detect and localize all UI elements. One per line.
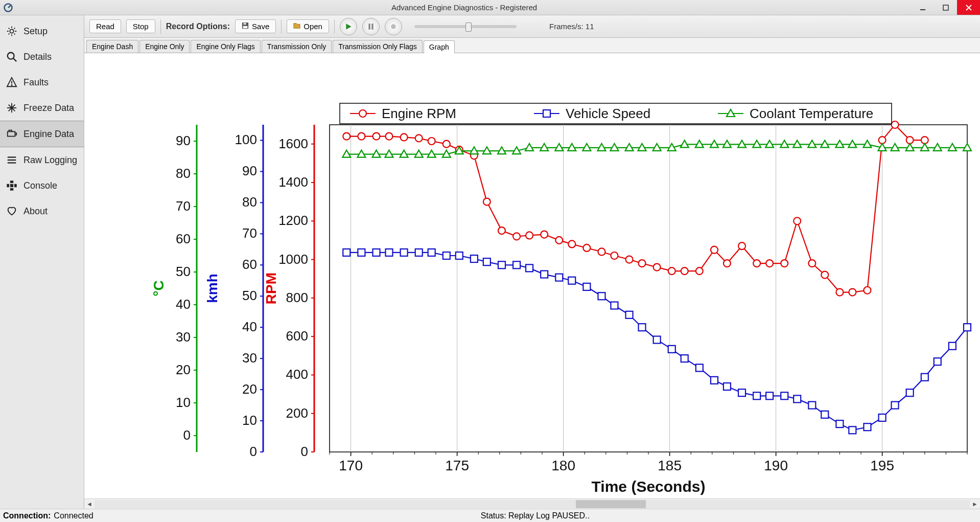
close-button[interactable]: [957, 0, 980, 15]
open-button[interactable]: Open: [287, 19, 329, 33]
main-panel: Read Stop Record Options: Save Open Fram…: [84, 15, 980, 509]
svg-text:90: 90: [176, 133, 191, 148]
svg-text:40: 40: [176, 297, 191, 312]
svg-text:190: 190: [764, 458, 788, 473]
svg-point-167: [611, 252, 618, 259]
svg-rect-207: [583, 283, 590, 290]
svg-rect-208: [598, 292, 605, 300]
sidebar-item-details[interactable]: Details: [0, 44, 84, 70]
about-icon: [6, 206, 17, 217]
svg-point-158: [483, 198, 491, 206]
svg-text:70: 70: [176, 198, 191, 214]
svg-rect-230: [906, 389, 914, 396]
tab-transmission-only[interactable]: Transmission Only: [262, 40, 332, 53]
svg-rect-2: [943, 5, 948, 10]
svg-rect-218: [738, 389, 745, 396]
svg-point-162: [541, 231, 548, 238]
sidebar-item-raw-logging[interactable]: Raw Logging: [0, 147, 84, 173]
svg-point-152: [401, 133, 408, 141]
tab-graph[interactable]: Graph: [424, 40, 455, 53]
tab-transmission-only-flags[interactable]: Transmission Only Flags: [333, 40, 423, 53]
svg-rect-225: [836, 420, 843, 427]
svg-rect-222: [794, 395, 801, 402]
status-text: Status: Replay Log PAUSED..: [94, 511, 977, 520]
svg-rect-199: [471, 255, 478, 262]
engine-data-icon: [6, 128, 17, 140]
sidebar-item-faults[interactable]: Faults: [0, 70, 84, 95]
record-options-label: Record Options:: [166, 22, 230, 31]
read-button[interactable]: Read: [89, 19, 121, 33]
svg-text:180: 180: [551, 458, 575, 473]
setup-icon: [6, 26, 17, 37]
svg-rect-215: [696, 364, 703, 371]
svg-rect-233: [949, 343, 956, 350]
record-stop-button[interactable]: [385, 18, 402, 35]
svg-rect-21: [15, 184, 17, 187]
svg-rect-203: [526, 264, 533, 271]
sidebar-item-freeze-data[interactable]: Freeze Data: [0, 95, 84, 121]
svg-rect-192: [373, 249, 380, 256]
title-bar: Advanced Engine Diagnostics - Registered: [0, 0, 980, 15]
sidebar-item-console[interactable]: Console: [0, 173, 84, 198]
svg-text:60: 60: [176, 231, 191, 246]
scroll-track[interactable]: [95, 500, 970, 508]
scroll-thumb[interactable]: [576, 500, 646, 508]
svg-text:100: 100: [235, 132, 257, 147]
svg-point-171: [668, 267, 675, 275]
svg-rect-228: [879, 414, 886, 421]
tab-engine-only-flags[interactable]: Engine Only Flags: [191, 40, 260, 53]
separator: [334, 19, 335, 34]
svg-rect-219: [753, 392, 760, 399]
svg-text:Time (Seconds): Time (Seconds): [592, 478, 706, 495]
svg-rect-220: [766, 392, 773, 399]
svg-point-180: [794, 217, 801, 224]
scroll-left-icon[interactable]: ◄: [84, 501, 95, 508]
svg-point-177: [753, 260, 760, 267]
horizontal-scrollbar[interactable]: ◄ ►: [84, 498, 980, 509]
sidebar-item-engine-data[interactable]: Engine Data: [0, 121, 84, 147]
svg-point-5: [10, 29, 13, 33]
svg-point-282: [359, 110, 366, 117]
speed-slider[interactable]: [414, 25, 517, 28]
tab-engine-only[interactable]: Engine Only: [139, 40, 190, 53]
pause-button[interactable]: [362, 18, 380, 35]
svg-rect-206: [568, 277, 575, 284]
minimize-button[interactable]: [911, 0, 934, 15]
svg-point-174: [711, 246, 718, 254]
svg-text:30: 30: [242, 350, 257, 366]
play-button[interactable]: [340, 18, 357, 35]
svg-rect-19: [10, 184, 13, 187]
sidebar: SetupDetailsFaultsFreeze DataEngine Data…: [0, 15, 84, 509]
svg-text:175: 175: [445, 458, 469, 473]
sidebar-item-setup[interactable]: Setup: [0, 18, 84, 44]
scroll-right-icon[interactable]: ►: [970, 501, 980, 508]
svg-point-10: [11, 84, 12, 85]
slider-knob[interactable]: [465, 22, 472, 32]
tab-row: Engine DashEngine OnlyEngine Only FlagsT…: [84, 38, 980, 53]
sidebar-item-label: Faults: [24, 77, 49, 88]
raw-logging-icon: [6, 154, 17, 166]
freeze-data-icon: [6, 102, 17, 114]
svg-text:195: 195: [870, 458, 894, 473]
svg-point-153: [415, 134, 423, 142]
save-button[interactable]: Save: [235, 19, 276, 33]
svg-text:1200: 1200: [278, 213, 308, 228]
svg-point-170: [654, 264, 661, 271]
maximize-button[interactable]: [934, 0, 957, 15]
frames-per-sec-label: Frames/s: 11: [549, 22, 594, 31]
svg-point-187: [892, 121, 899, 128]
svg-rect-25: [243, 26, 248, 28]
tab-engine-dash[interactable]: Engine Dash: [86, 40, 138, 53]
svg-rect-210: [626, 311, 633, 319]
stop-button[interactable]: Stop: [126, 19, 155, 33]
svg-rect-217: [724, 383, 731, 390]
svg-text:10: 10: [176, 395, 191, 410]
sidebar-item-about[interactable]: About: [0, 198, 84, 224]
svg-rect-216: [711, 377, 718, 384]
svg-text:1400: 1400: [278, 174, 308, 190]
separator: [281, 19, 282, 34]
svg-rect-29: [371, 24, 374, 30]
svg-rect-26: [244, 23, 246, 25]
svg-rect-221: [781, 392, 788, 399]
svg-text:170: 170: [339, 458, 363, 473]
